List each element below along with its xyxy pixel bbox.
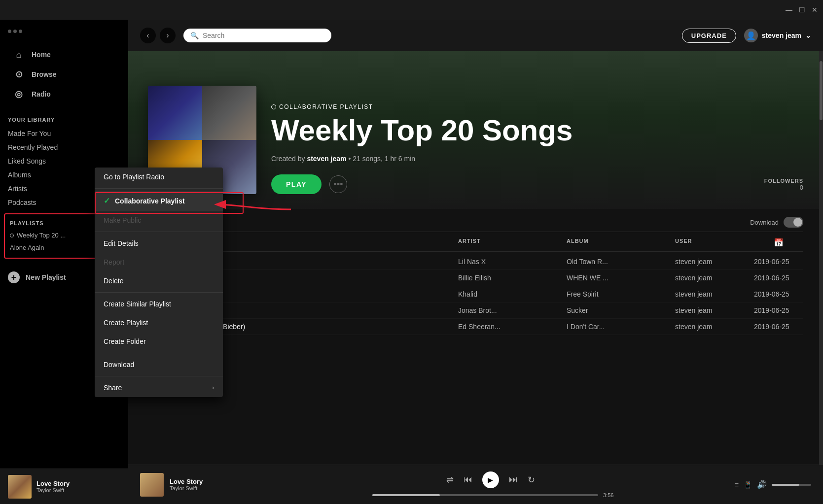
album-grid-cell-2 [202,86,256,140]
progress-track[interactable] [372,494,599,496]
col-user: USER [675,238,754,247]
library-section-label: YOUR LIBRARY [0,109,128,127]
user-area[interactable]: 👤 steven jeam ⌄ [744,29,811,42]
menu-item-download[interactable]: Download [128,355,223,374]
forward-button[interactable]: › [160,28,176,43]
col-album: ALBUM [567,238,675,247]
play-pause-button[interactable]: ▶ [482,471,499,488]
player-thumbnail [140,473,164,497]
menu-item-report: Report [128,253,223,271]
followers-count: 0 [764,184,803,191]
minimize-button[interactable]: — [786,6,792,13]
menu-divider-2 [128,232,223,232]
menu-divider-3 [128,292,223,293]
search-bar[interactable]: 🔍 [183,29,331,42]
player-center: ⇌ ⏮ ▶ ⏭ ↻ 3:56 [286,471,695,498]
back-button[interactable]: ‹ [140,28,156,43]
player-bar: Love Story Taylor Swift ⇌ ⏮ ▶ ⏭ ↻ [128,465,823,504]
table-row: Sucker Jonas Brot... Sucker steven jeam … [148,302,803,319]
playlist-info: COLLABORATIVE PLAYLIST Weekly Top 20 Son… [271,103,803,194]
radio-icon: ◎ [13,88,25,100]
scrollbar[interactable] [819,51,823,465]
playlist-hero: COLLABORATIVE PLAYLIST Weekly Top 20 Son… [128,51,823,209]
track-date-4: 2019-06-25 [754,306,803,314]
track-artist-4: Jonas Brot... [458,306,567,314]
library-liked-songs[interactable]: Liked Songs [0,154,128,168]
meta-prefix: Created by [271,155,305,163]
track-album-3: Free Spirit [567,290,675,298]
player-song-artist: Taylor Swift [170,485,203,491]
title-bar: — ☐ ✕ [0,0,823,20]
download-toggle-switch[interactable] [784,217,803,228]
player-left: Love Story Taylor Swift [140,473,278,497]
nav-label-home: Home [32,51,51,59]
shuffle-button[interactable]: ⇌ [446,474,454,485]
nav-item-radio[interactable]: ◎ Radio [8,84,120,104]
album-grid-cell-1 [148,86,202,140]
top-nav-right: UPGRADE 👤 steven jeam ⌄ [682,29,811,43]
menu-item-create-folder[interactable]: Create Folder [128,332,223,351]
playlist-item-label: Alone Again [10,244,44,251]
menu-divider-4 [128,353,223,353]
devices-icon[interactable]: 📱 [744,481,752,489]
close-button[interactable]: ✕ [811,6,818,13]
track-user-3: steven jeam [675,290,754,298]
menu-item-create-similar[interactable]: Create Similar Playlist [128,295,223,313]
player-song-title: Love Story [170,478,203,485]
app-body: ⌂ Home ⊙ Browse ◎ Radio YOUR LIBRARY Mad… [0,20,823,504]
maximize-button[interactable]: ☐ [798,6,805,13]
search-input[interactable] [203,32,324,39]
now-playing-thumbnail [8,475,32,499]
menu-item-collab-playlist[interactable]: ✓ Collaborative Playlist [128,191,223,211]
play-area: PLAY ••• FOLLOWERS 0 [271,174,803,194]
player-controls: ⇌ ⏮ ▶ ⏭ ↻ [446,471,535,488]
track-user-5: steven jeam [675,323,754,331]
track-user-4: steven jeam [675,306,754,314]
plus-icon: + [8,271,20,283]
toggle-knob [793,218,802,227]
main-area: ‹ › 🔍 UPGRADE 👤 steven jeam ⌄ [128,20,823,504]
track-artist-2: Billie Eilish [458,274,567,282]
volume-bar[interactable] [772,484,811,486]
player-right: ≡ 📱 🔊 [703,480,811,489]
collaborative-dot [10,234,14,237]
nav-item-home[interactable]: ⌂ Home [8,45,120,65]
nav-label-browse: Browse [32,70,57,78]
repeat-button[interactable]: ↻ [528,474,535,485]
play-button[interactable]: PLAY [271,174,322,194]
progress-bar-wrap: 3:56 [367,492,614,498]
more-button[interactable]: ••• [329,175,347,193]
menu-collab-label: Collaborative Playlist [128,197,185,205]
content-area: COLLABORATIVE PLAYLIST Weekly Top 20 Son… [128,51,823,465]
queue-icon[interactable]: ≡ [735,481,739,489]
next-button[interactable]: ⏭ [509,474,518,485]
menu-item-edit-details[interactable]: Edit Details [128,234,223,253]
np-artist: Taylor Swift [36,487,120,493]
context-menu[interactable]: Go to Playlist Radio ✓ Collaborative Pla… [128,168,223,397]
menu-item-create-playlist[interactable]: Create Playlist [128,313,223,332]
track-album-5: I Don't Car... [567,323,675,331]
library-recently-played[interactable]: Recently Played [0,140,128,154]
followers-label: FOLLOWERS [764,178,803,184]
track-artist-1: Lil Nas X [458,258,567,266]
nav-item-browse[interactable]: ⊙ Browse [8,65,120,84]
track-date-3: 2019-06-25 [754,290,803,298]
menu-item-delete[interactable]: Delete [128,271,223,290]
table-row: Talk Khalid Free Spirit steven jeam 2019… [148,286,803,302]
playlist-meta: Created by steven jeam • 21 songs, 1 hr … [271,155,803,163]
library-made-for-you[interactable]: Made For You [0,127,128,140]
menu-item-playlist-radio[interactable]: Go to Playlist Radio [128,168,223,186]
table-row: I Don't Care (with Justin Bieber) Ed She… [148,319,803,335]
upgrade-button[interactable]: UPGRADE [682,29,736,43]
prev-button[interactable]: ⏮ [464,474,472,485]
menu-item-share[interactable]: Share › [128,378,223,397]
volume-icon: 🔊 [757,480,767,489]
menu-divider-5 [128,376,223,376]
nav-label-radio: Radio [32,90,51,98]
scrollbar-thumb[interactable] [820,61,823,120]
track-date-5: 2019-06-25 [754,323,803,331]
title-bar-controls[interactable]: — ☐ ✕ [786,6,818,13]
collab-label-text: COLLABORATIVE PLAYLIST [279,103,373,110]
total-time: 3:56 [603,492,613,498]
track-user-1: steven jeam [675,258,754,266]
